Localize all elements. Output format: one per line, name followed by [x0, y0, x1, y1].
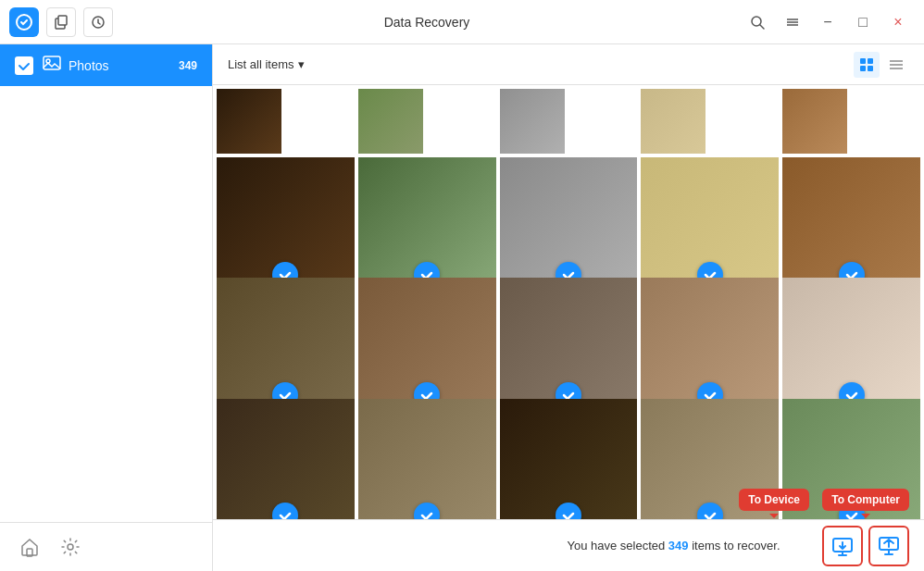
history-icon[interactable]	[83, 7, 113, 37]
dropdown-icon: ▾	[298, 57, 305, 71]
status-bar: You have selected 349 items to recover. …	[213, 519, 924, 571]
settings-icon[interactable]	[56, 532, 85, 562]
check-overlay-11	[414, 503, 440, 519]
action-buttons: To Device To Computer	[822, 526, 909, 566]
photo-cell-9[interactable]	[782, 278, 920, 416]
to-device-button[interactable]	[822, 526, 863, 566]
svg-rect-15	[860, 66, 866, 71]
to-computer-button[interactable]	[868, 526, 909, 566]
app-title: Data Recovery	[384, 15, 470, 30]
photo-cell-partial-4[interactable]	[782, 89, 847, 154]
photo-cell-6[interactable]	[358, 278, 496, 416]
photo-cell-8[interactable]	[641, 278, 779, 416]
tooltip-device: To Device	[739, 489, 809, 511]
check-icon	[15, 56, 33, 75]
photo-cell-partial-1[interactable]	[358, 89, 423, 154]
svg-rect-16	[868, 66, 873, 71]
list-view-toggle[interactable]	[883, 52, 909, 78]
view-toggles	[854, 52, 909, 78]
svg-rect-14	[868, 58, 873, 64]
list-all-label: List all items	[228, 57, 294, 71]
photo-cell-1[interactable]	[358, 157, 496, 295]
maximize-button[interactable]: □	[846, 6, 880, 39]
photos-count: 349	[179, 59, 197, 72]
photo-cell-3[interactable]	[641, 157, 779, 295]
svg-point-12	[68, 544, 73, 550]
check-overlay-12	[556, 503, 581, 519]
photo-grid	[213, 85, 924, 519]
close-button[interactable]: ×	[881, 6, 915, 39]
sidebar-item-photos[interactable]: Photos 349	[0, 44, 212, 86]
photo-cell-4[interactable]	[782, 157, 920, 295]
search-icon[interactable]	[741, 6, 774, 39]
sidebar: Photos 349	[0, 44, 213, 571]
photo-cell-partial-2[interactable]	[500, 89, 565, 154]
status-text: You have selected 349 items to recover.	[525, 539, 822, 552]
copy-icon[interactable]	[46, 7, 76, 37]
list-all-button[interactable]: List all items ▾	[228, 57, 305, 71]
content-toolbar: List all items ▾	[213, 44, 924, 85]
title-bar-left	[9, 7, 113, 37]
photo-cell-7[interactable]	[500, 278, 638, 416]
status-count: 349	[668, 539, 689, 552]
photo-cell-partial-0[interactable]	[217, 89, 281, 154]
menu-icon[interactable]	[776, 6, 809, 39]
photo-cell-5[interactable]	[217, 278, 355, 416]
title-bar: Data Recovery − □ ×	[0, 0, 924, 44]
grid-view-toggle[interactable]	[854, 52, 880, 78]
photo-cell-10[interactable]	[217, 399, 355, 519]
svg-rect-13	[860, 58, 866, 64]
tooltip-computer: To Computer	[822, 489, 909, 511]
svg-rect-2	[58, 16, 67, 25]
window-controls: − □ ×	[741, 6, 915, 39]
photo-cell-partial-3[interactable]	[641, 89, 705, 154]
photo-cell-12[interactable]	[500, 399, 638, 519]
photos-label: Photos	[69, 58, 179, 73]
photo-cell-0[interactable]	[217, 157, 355, 295]
status-suffix: items to recover.	[689, 539, 780, 552]
minimize-button[interactable]: −	[811, 6, 844, 39]
photos-icon	[43, 54, 61, 77]
photo-cell-2[interactable]	[500, 157, 638, 295]
content-area: List all items ▾	[213, 44, 924, 571]
app-logo	[9, 7, 39, 37]
check-overlay-13	[697, 503, 723, 519]
sidebar-bottom	[0, 522, 212, 571]
home-icon[interactable]	[15, 532, 44, 562]
svg-line-5	[760, 25, 764, 29]
status-prefix: You have selected	[567, 539, 668, 552]
main-layout: Photos 349 List all items ▾	[0, 44, 924, 571]
photo-cell-11[interactable]	[358, 399, 496, 519]
check-overlay-10	[272, 503, 298, 519]
